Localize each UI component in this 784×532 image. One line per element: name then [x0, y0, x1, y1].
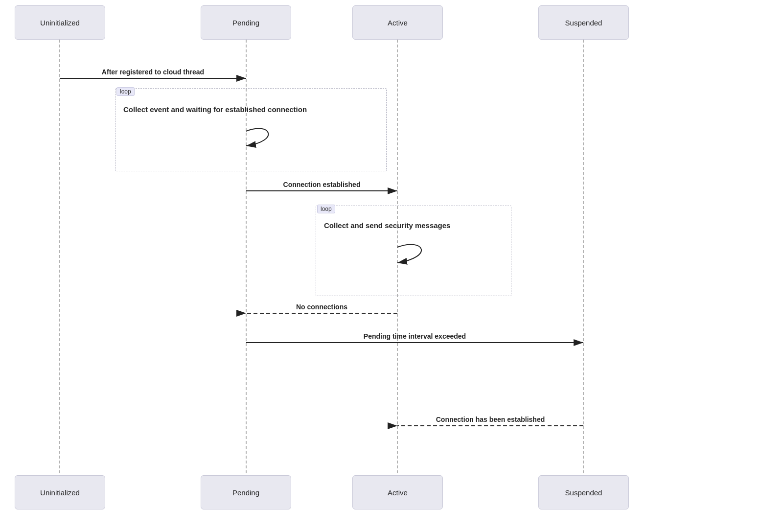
loop-text-1: Collect event and waiting for establishe…: [123, 105, 307, 114]
actor-label-bottom: Pending: [232, 488, 259, 497]
actor-uninitialized: Uninitialized: [15, 5, 105, 40]
svg-text:Connection has been establishe: Connection has been established: [436, 416, 545, 423]
sequence-diagram: After registered to cloud threadConnecti…: [0, 0, 784, 532]
actor-suspended-bottom: Suspended: [538, 475, 629, 509]
actor-label: Active: [388, 19, 408, 27]
loop-label-2: loop: [317, 205, 335, 213]
actor-label: Uninitialized: [40, 19, 80, 27]
loop-box-1: [115, 88, 387, 171]
actor-label-bottom: Active: [388, 488, 408, 497]
loop-text-2: Collect and send security messages: [324, 221, 450, 230]
loop-label-1: loop: [116, 87, 135, 96]
actor-uninitialized-bottom: Uninitialized: [15, 475, 105, 509]
svg-text:Connection established: Connection established: [283, 181, 361, 188]
actor-label: Pending: [232, 19, 259, 27]
actor-active: Active: [352, 5, 443, 40]
actor-label: Suspended: [565, 19, 602, 27]
svg-text:No connections: No connections: [296, 303, 347, 311]
actor-label-bottom: Uninitialized: [40, 488, 80, 497]
svg-text:Pending time interval exceeded: Pending time interval exceeded: [364, 332, 466, 340]
actor-pending-bottom: Pending: [201, 475, 291, 509]
actor-active-bottom: Active: [352, 475, 443, 509]
actor-label-bottom: Suspended: [565, 488, 602, 497]
actor-pending: Pending: [201, 5, 291, 40]
actor-suspended: Suspended: [538, 5, 629, 40]
loop-box-2: [316, 206, 511, 296]
svg-text:After registered to cloud thre: After registered to cloud thread: [102, 68, 204, 76]
